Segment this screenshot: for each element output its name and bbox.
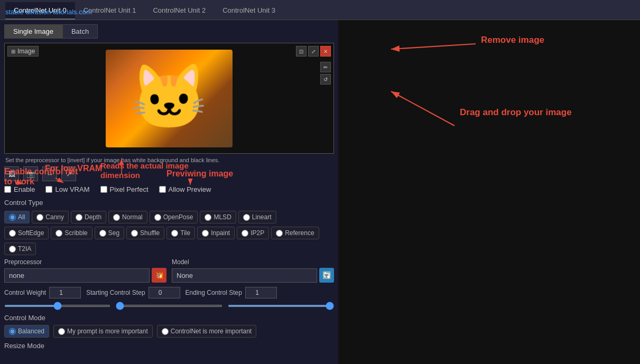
radio-t2ia[interactable]: T2IA	[4, 242, 36, 255]
radio-seg[interactable]: Seg	[95, 227, 124, 239]
image-label-icon: ⊞	[11, 49, 15, 54]
radio-scribble[interactable]: Scribble	[51, 227, 92, 239]
mode-balanced[interactable]: Balanced	[4, 325, 49, 338]
starting-step-slider[interactable]	[116, 305, 222, 307]
resize-mode-label: Resize Mode	[4, 342, 334, 350]
zoom-fit-btn[interactable]: ⊡	[296, 46, 307, 57]
control-type-grid-2: SoftEdge Scribble Seg Shuffle Tile Inpai…	[4, 227, 334, 239]
model-label: Model	[172, 258, 334, 266]
upload-btn[interactable]: 🖼	[4, 166, 19, 181]
control-type-grid-3: T2IA	[4, 242, 334, 255]
low-vram-checkbox-input[interactable]	[45, 186, 52, 193]
brush-btn[interactable]: ✏	[320, 62, 331, 72]
image-drop-area[interactable]: ⊞ Image ⊡ ⤢ ✕ ✏ ↺	[4, 43, 334, 154]
preprocessor-col: Preprocessor none canny depth ▼ 💥	[4, 258, 166, 283]
radio-openpose[interactable]: OpenPose	[150, 211, 198, 223]
preprocessor-action-btn[interactable]: 💥	[152, 268, 166, 283]
ending-step-input[interactable]	[245, 287, 277, 298]
pixel-perfect-checkbox-input[interactable]	[100, 186, 107, 193]
tab-single-image[interactable]: Single Image	[4, 24, 62, 39]
tab-batch[interactable]: Batch	[62, 24, 98, 39]
toolbar-row: 🖼 📷 ↔ ↗	[4, 166, 334, 181]
send-btn[interactable]: ↗	[61, 166, 76, 181]
control-weight-item: Control Weight	[4, 287, 81, 298]
enable-checkbox[interactable]: Enable	[4, 185, 35, 193]
starting-step-item: Starting Control Step	[86, 287, 180, 298]
low-vram-checkbox[interactable]: Low VRAM	[45, 185, 89, 193]
model-select-wrap: None ▼ 🔄	[172, 268, 334, 283]
image-top-controls: ⊡ ⤢ ✕	[296, 46, 331, 57]
camera-btn[interactable]: 📷	[23, 166, 38, 181]
side-controls: ✏ ↺	[320, 62, 331, 85]
control-mode-label: Control Mode	[4, 314, 334, 322]
control-type-label: Control Type	[4, 199, 334, 207]
image-label: ⊞ Image	[7, 46, 39, 57]
radio-inpaint[interactable]: Inpaint	[197, 227, 235, 239]
ending-step-item: Ending Control Step	[185, 287, 277, 298]
right-panel: Remove image Drag and drop your image	[338, 20, 640, 364]
watermark: stable diffusion tutorials.com	[5, 8, 92, 16]
rotate-btn[interactable]: ↺	[320, 74, 331, 85]
radio-shuffle[interactable]: Shuffle	[126, 227, 164, 239]
radio-reference[interactable]: Reference	[271, 227, 319, 239]
drag-drop-annotation: Drag and drop your image	[460, 107, 572, 118]
model-refresh-btn[interactable]: 🔄	[319, 268, 334, 283]
radio-canny[interactable]: Canny	[32, 211, 69, 223]
radio-mlsd[interactable]: MLSD	[200, 211, 236, 223]
start-slider-wrap	[116, 301, 222, 309]
info-text: Set the preprocessor to [invert] if your…	[4, 157, 334, 163]
control-weight-input[interactable]	[49, 287, 81, 298]
radio-lineart[interactable]: Lineart	[238, 211, 276, 223]
tab-controlnet-3[interactable]: ControlNet Unit 3	[214, 2, 284, 20]
preprocessor-select[interactable]: none canny depth	[4, 268, 150, 283]
allow-preview-checkbox-input[interactable]	[159, 186, 166, 193]
allow-preview-checkbox[interactable]: Allow Preview	[159, 185, 211, 193]
radio-ip2p[interactable]: IP2P	[237, 227, 269, 239]
remove-image-annotation: Remove image	[481, 35, 544, 45]
refresh-btn[interactable]: ↔	[42, 166, 57, 181]
preprocessor-label: Preprocessor	[4, 258, 166, 266]
radio-normal[interactable]: Normal	[108, 211, 147, 223]
sliders-row	[4, 301, 334, 309]
end-slider-wrap	[228, 301, 334, 309]
control-weight-slider[interactable]	[4, 305, 110, 307]
fullscreen-btn[interactable]: ⤢	[308, 46, 319, 57]
radio-all[interactable]: All	[4, 211, 30, 223]
tab-controlnet-2[interactable]: ControlNet Unit 2	[144, 2, 214, 20]
mode-controlnet[interactable]: ControlNet is more important	[157, 325, 256, 338]
radio-softedge[interactable]: SoftEdge	[4, 227, 49, 239]
uploaded-image	[106, 50, 233, 147]
control-type-grid: All Canny Depth Normal OpenPose MLSD Lin…	[4, 211, 334, 223]
ending-step-slider[interactable]	[228, 305, 334, 307]
model-select[interactable]: None	[172, 268, 317, 283]
annotation-svg	[338, 20, 640, 364]
inner-tabs: Single Image Batch	[4, 24, 334, 39]
numeric-controls-row: Control Weight Starting Control Step End…	[4, 287, 334, 298]
svg-line-3	[391, 91, 455, 126]
weight-slider-wrap	[4, 301, 110, 309]
checkboxes-row: Enable Low VRAM Pixel Perfect Allow Prev…	[4, 185, 334, 193]
svg-line-2	[391, 44, 476, 49]
preprocessor-model-row: Preprocessor none canny depth ▼ 💥 Model	[4, 258, 334, 283]
top-tabs-bar: ControlNet Unit 0 ControlNet Unit 1 Cont…	[0, 0, 640, 20]
control-mode-row: Balanced My prompt is more important Con…	[4, 325, 334, 338]
starting-step-input[interactable]	[149, 287, 180, 298]
enable-checkbox-input[interactable]	[4, 186, 11, 193]
left-panel: Single Image Batch ⊞ Image ⊡ ⤢ ✕	[0, 20, 338, 364]
remove-image-btn[interactable]: ✕	[320, 46, 331, 57]
pixel-perfect-checkbox[interactable]: Pixel Perfect	[100, 185, 149, 193]
model-col: Model None ▼ 🔄	[172, 258, 334, 283]
mode-my-prompt[interactable]: My prompt is more important	[53, 325, 153, 338]
preprocessor-select-wrap: none canny depth ▼ 💥	[4, 268, 166, 283]
radio-tile[interactable]: Tile	[166, 227, 195, 239]
radio-depth[interactable]: Depth	[71, 211, 106, 223]
